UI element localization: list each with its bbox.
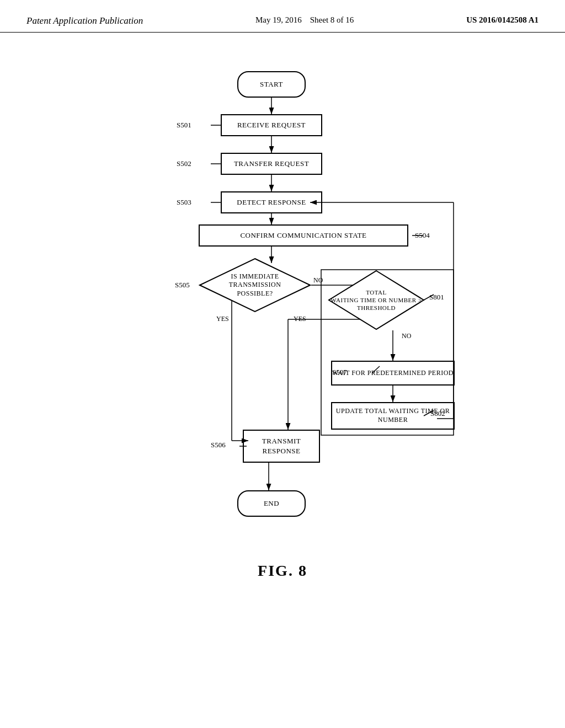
- update-waiting-node: UPDATE TOTAL WAITING TIME OR NUMBER: [331, 402, 455, 430]
- s502-label: S502: [177, 159, 191, 168]
- end-label: END: [264, 499, 279, 508]
- fig-title: FIG. 8: [258, 562, 307, 579]
- threshold-label: TOTALWAITING TIME OR NUMBER >THRESHOLD: [331, 288, 422, 312]
- receive-request-node: RECEIVE REQUEST: [221, 114, 322, 136]
- detect-response-node: DETECT RESPONSE: [221, 191, 322, 213]
- transmit-response-label: TRANSMIT RESPONSE: [244, 436, 319, 456]
- threshold-check-node: TOTALWAITING TIME OR NUMBER >THRESHOLD: [328, 270, 425, 330]
- immediate-transmission-label: IS IMMEDIATETRANSMISSIONPOSSIBLE?: [229, 272, 281, 298]
- transfer-request-label: TRANSFER REQUEST: [234, 159, 309, 168]
- start-label: START: [260, 80, 283, 89]
- figure-caption: FIG. 8: [258, 562, 307, 580]
- yes2-label: YES: [294, 315, 306, 323]
- detect-response-label: DETECT RESPONSE: [237, 198, 306, 207]
- s503-label: S503: [177, 198, 191, 207]
- immediate-transmission-node: IS IMMEDIATETRANSMISSIONPOSSIBLE?: [199, 258, 311, 313]
- confirm-comm-label: CONFIRM COMMUNICATION STATE: [240, 231, 366, 240]
- wait-period-node: WAIT FOR PREDETERMINED PERIOD: [331, 361, 455, 386]
- transfer-request-node: TRANSFER REQUEST: [221, 153, 322, 175]
- s501-label: S501: [177, 121, 191, 130]
- end-node: END: [237, 490, 306, 517]
- header-right: US 2016/0142508 A1: [466, 15, 539, 25]
- diamond-inner: IS IMMEDIATETRANSMISSIONPOSSIBLE?: [199, 258, 311, 313]
- s505-label: S505: [175, 281, 190, 290]
- main-content: START S501 RECEIVE REQUEST S502 TRANSFER…: [0, 33, 565, 580]
- sheet-info: Sheet 8 of 16: [310, 15, 354, 24]
- diamond-inner-2: TOTALWAITING TIME OR NUMBER >THRESHOLD: [328, 270, 425, 330]
- wait-period-label: WAIT FOR PREDETERMINED PERIOD: [332, 369, 454, 378]
- flowchart: START S501 RECEIVE REQUEST S502 TRANSFER…: [95, 55, 470, 551]
- publication-label: Patent Application Publication: [26, 15, 143, 26]
- header-left: Patent Application Publication: [26, 15, 143, 26]
- pub-date: May 19, 2016: [255, 15, 302, 24]
- receive-request-label: RECEIVE REQUEST: [237, 121, 306, 130]
- transmit-response-node: TRANSMIT RESPONSE: [243, 430, 320, 463]
- s801-label: S801: [429, 293, 444, 302]
- no1-label: NO: [313, 276, 323, 285]
- s504-label: S504: [415, 231, 430, 240]
- no2-label: NO: [402, 332, 411, 340]
- page-header: Patent Application Publication May 19, 2…: [0, 0, 565, 33]
- header-center: May 19, 2016 Sheet 8 of 16: [255, 15, 354, 25]
- patent-number: US 2016/0142508 A1: [466, 15, 539, 24]
- start-node: START: [237, 71, 306, 98]
- update-waiting-label: UPDATE TOTAL WAITING TIME OR NUMBER: [332, 407, 454, 424]
- confirm-comm-node: CONFIRM COMMUNICATION STATE: [199, 224, 408, 247]
- yes1-label: YES: [216, 315, 229, 323]
- s506-label: S506: [211, 441, 226, 449]
